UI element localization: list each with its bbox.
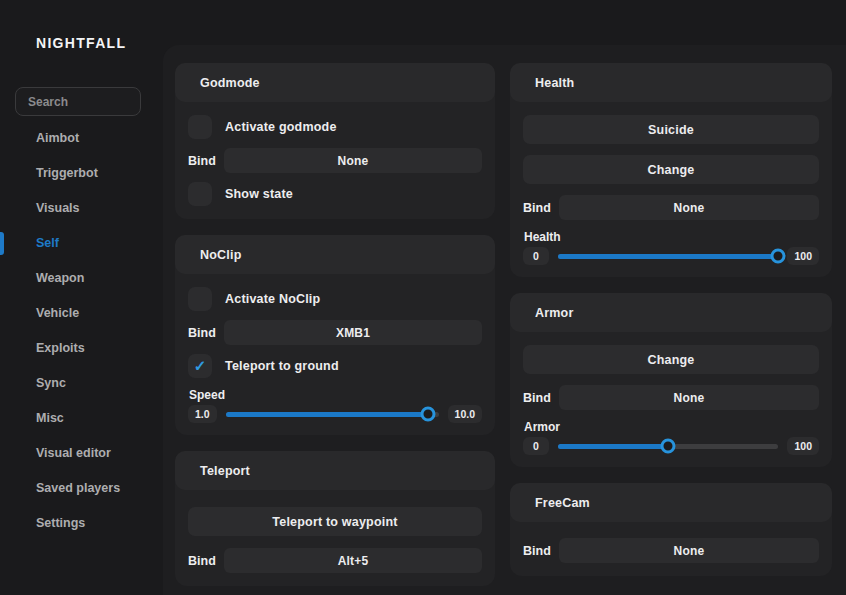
sidebar-item-weapon[interactable]: Weapon — [0, 261, 163, 296]
slider-fill — [558, 444, 668, 449]
slider-max-badge: 100 — [787, 437, 819, 455]
right-column: Health Suicide Change Bind None Health — [510, 63, 832, 586]
health-slider-handle[interactable] — [771, 249, 786, 264]
sidebar: NIGHTFALL Aimbot Triggerbot Visuals Self… — [0, 0, 163, 595]
sidebar-nav: Aimbot Triggerbot Visuals Self Weapon Ve… — [0, 121, 163, 541]
speed-slider-handle[interactable] — [420, 407, 435, 422]
armor-slider-track[interactable] — [558, 444, 778, 449]
health-slider-track[interactable] — [558, 254, 778, 259]
panel-health: Health Suicide Change Bind None Health — [510, 63, 832, 277]
sidebar-item-vehicle[interactable]: Vehicle — [0, 296, 163, 331]
sidebar-item-triggerbot[interactable]: Triggerbot — [0, 156, 163, 191]
bind-label: Bind — [523, 391, 559, 405]
bind-label: Bind — [523, 201, 559, 215]
speed-slider-track[interactable] — [226, 412, 439, 417]
slider-min-badge: 0 — [523, 247, 549, 265]
noclip-bind-button[interactable]: XMB1 — [224, 320, 482, 345]
search-input[interactable] — [15, 87, 141, 116]
speed-slider: 1.0 10.0 — [188, 406, 482, 422]
teleport-to-waypoint-button[interactable]: Teleport to waypoint — [188, 507, 482, 536]
teleport-to-ground-checkbox[interactable] — [188, 354, 212, 378]
sidebar-item-aimbot[interactable]: Aimbot — [0, 121, 163, 156]
panel-health-header: Health — [510, 63, 832, 102]
sidebar-item-settings[interactable]: Settings — [0, 506, 163, 541]
panel-title: FreeCam — [535, 496, 590, 510]
slider-max-badge: 10.0 — [448, 405, 482, 423]
sidebar-item-saved-players[interactable]: Saved players — [0, 471, 163, 506]
slider-min-badge: 0 — [523, 437, 549, 455]
panel-armor-header: Armor — [510, 293, 832, 332]
panel-godmode-header: Godmode — [175, 63, 495, 102]
armor-change-button[interactable]: Change — [523, 345, 819, 374]
freecam-bind-button[interactable]: None — [559, 538, 819, 563]
checkbox-label: Show state — [225, 187, 293, 201]
checkbox-label: Activate godmode — [225, 120, 337, 134]
activate-godmode-checkbox[interactable] — [188, 115, 212, 139]
app-title: NIGHTFALL — [36, 35, 126, 51]
panel-title: Armor — [535, 306, 574, 320]
panel-title: NoClip — [200, 248, 241, 262]
panel-noclip-header: NoClip — [175, 235, 495, 274]
armor-slider-label: Armor — [524, 420, 819, 434]
sidebar-item-misc[interactable]: Misc — [0, 401, 163, 436]
health-slider-label: Health — [524, 230, 819, 244]
bind-label: Bind — [188, 554, 224, 568]
checkbox-label: Teleport to ground — [225, 359, 339, 373]
health-change-button[interactable]: Change — [523, 155, 819, 184]
armor-slider-handle[interactable] — [661, 439, 676, 454]
armor-slider: 0 100 — [523, 438, 819, 454]
panel-freecam-header: FreeCam — [510, 483, 832, 522]
sidebar-item-exploits[interactable]: Exploits — [0, 331, 163, 366]
panel-freecam: FreeCam Bind None — [510, 483, 832, 576]
panel-armor: Armor Change Bind None Armor 0 — [510, 293, 832, 467]
checkbox-label: Activate NoClip — [225, 292, 320, 306]
content-area: Godmode Activate godmode Bind None Show … — [163, 45, 846, 595]
panel-noclip: NoClip Activate NoClip Bind XMB1 Telepor… — [175, 235, 495, 435]
slider-fill — [558, 254, 778, 259]
bind-label: Bind — [188, 326, 224, 340]
panel-title: Health — [535, 76, 574, 90]
sidebar-item-visuals[interactable]: Visuals — [0, 191, 163, 226]
godmode-bind-button[interactable]: None — [224, 148, 482, 173]
sidebar-item-sync[interactable]: Sync — [0, 366, 163, 401]
show-state-checkbox[interactable] — [188, 182, 212, 206]
panel-title: Godmode — [200, 76, 260, 90]
left-column: Godmode Activate godmode Bind None Show … — [175, 63, 495, 586]
armor-bind-button[interactable]: None — [559, 385, 819, 410]
slider-min-badge: 1.0 — [188, 405, 217, 423]
bind-label: Bind — [188, 154, 224, 168]
sidebar-item-self[interactable]: Self — [0, 226, 163, 261]
sidebar-item-visual-editor[interactable]: Visual editor — [0, 436, 163, 471]
panel-godmode: Godmode Activate godmode Bind None Show … — [175, 63, 495, 219]
slider-max-badge: 100 — [787, 247, 819, 265]
bind-label: Bind — [523, 544, 559, 558]
panel-title: Teleport — [200, 464, 250, 478]
health-bind-button[interactable]: None — [559, 195, 819, 220]
suicide-button[interactable]: Suicide — [523, 115, 819, 144]
teleport-bind-button[interactable]: Alt+5 — [224, 548, 482, 573]
speed-slider-label: Speed — [189, 388, 482, 402]
activate-noclip-checkbox[interactable] — [188, 287, 212, 311]
slider-fill — [226, 412, 428, 417]
panel-teleport-header: Teleport — [175, 451, 495, 490]
panel-teleport: Teleport Teleport to waypoint Bind Alt+5 — [175, 451, 495, 586]
health-slider: 0 100 — [523, 248, 819, 264]
